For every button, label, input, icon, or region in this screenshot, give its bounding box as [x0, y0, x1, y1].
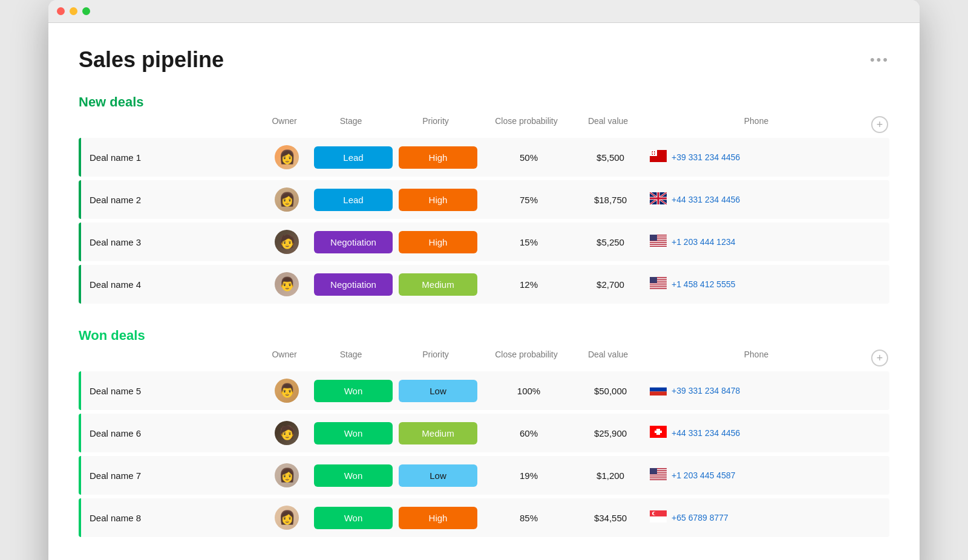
stage-cell: Lead — [311, 146, 396, 169]
close-probability: 85% — [480, 513, 577, 523]
table-row[interactable]: Deal name 5 👨 Won Low 100% $50,000 +39 3… — [79, 371, 889, 410]
flag-icon — [650, 235, 667, 249]
phone-number[interactable]: +44 331 234 4456 — [672, 428, 740, 438]
close-button[interactable] — [57, 7, 65, 15]
page-header: Sales pipeline ••• — [79, 47, 889, 73]
phone-number[interactable]: +39 331 234 8478 — [672, 386, 740, 396]
stage-badge: Won — [314, 422, 393, 444]
col-header-owner-won: Owner — [260, 350, 309, 366]
phone-number[interactable]: +65 6789 8777 — [672, 513, 728, 523]
avatar: 🧑 — [275, 230, 299, 254]
deal-name: Deal name 6 — [81, 428, 263, 438]
table-row[interactable]: Deal name 6 🧑 Won Medium 60% $25,900 +44… — [79, 414, 889, 452]
col-header-add-won: + — [871, 350, 889, 366]
won-deals-rows: Deal name 5 👨 Won Low 100% $50,000 +39 3… — [79, 371, 889, 537]
phone-number[interactable]: +1 203 445 4587 — [672, 470, 736, 480]
close-probability: 100% — [480, 386, 577, 396]
col-header-phone-won: Phone — [641, 350, 871, 366]
deal-value: $5,250 — [577, 237, 644, 247]
svg-rect-28 — [650, 285, 667, 287]
svg-rect-19 — [650, 241, 667, 243]
phone-number[interactable]: +44 331 234 4456 — [672, 195, 740, 204]
deal-value: $1,200 — [577, 470, 644, 481]
won-deals-table: Owner Stage Priority Close probability D… — [79, 350, 889, 537]
table-row[interactable]: Deal name 2 👩 Lead High 75% $18,750 — [79, 180, 889, 219]
owner-cell: 🧑 — [263, 421, 311, 445]
new-deals-rows: Deal name 1 👩 Lead High 50% $5,500 +39 3… — [79, 138, 889, 304]
add-won-deal-button[interactable]: + — [871, 350, 888, 366]
table-row[interactable]: Deal name 3 🧑 Negotiation High 15% $5,25… — [79, 223, 889, 261]
close-probability: 50% — [480, 152, 577, 163]
won-deals-col-headers: Owner Stage Priority Close probability D… — [79, 350, 889, 371]
stage-cell: Won — [311, 380, 396, 402]
priority-cell: Medium — [396, 422, 480, 444]
new-deals-title: New deals — [79, 94, 144, 110]
priority-badge: High — [399, 231, 477, 253]
main-content: Sales pipeline ••• New deals Owner Stage… — [48, 23, 920, 560]
won-deals-title: Won deals — [79, 328, 145, 343]
close-probability: 60% — [480, 428, 577, 438]
deal-value: $34,550 — [577, 513, 644, 523]
deal-value: $25,900 — [577, 428, 644, 438]
col-header-deal-value-won: Deal value — [575, 350, 641, 366]
col-header-name — [79, 116, 260, 133]
svg-rect-43 — [650, 478, 667, 480]
stage-cell: Won — [311, 464, 396, 487]
table-row[interactable]: Deal name 4 👨 Negotiation Medium 12% $2,… — [79, 265, 889, 304]
table-row[interactable]: Deal name 7 👩 Won Low 19% $1,200 +1 — [79, 456, 889, 495]
svg-rect-27 — [650, 284, 667, 285]
table-row[interactable]: Deal name 8 👩 Won High 85% $34,550 +65 6… — [79, 498, 889, 537]
svg-rect-41 — [650, 475, 667, 476]
col-header-phone: Phone — [641, 116, 871, 133]
new-deals-section: New deals Owner Stage Priority Close pro… — [79, 94, 889, 304]
owner-cell: 👩 — [263, 506, 311, 530]
new-deals-col-headers: Owner Stage Priority Close probability D… — [79, 116, 889, 138]
stage-badge: Negotiation — [314, 231, 393, 253]
svg-rect-42 — [650, 477, 667, 478]
owner-cell: 👨 — [263, 379, 311, 403]
add-new-deal-button[interactable]: + — [871, 116, 888, 133]
priority-cell: High — [396, 231, 480, 253]
priority-badge: Low — [399, 464, 477, 487]
avatar: 👩 — [275, 506, 299, 530]
page-title: Sales pipeline — [79, 47, 224, 73]
col-header-name-won — [79, 350, 260, 366]
traffic-lights — [57, 7, 90, 15]
stage-badge: Lead — [314, 146, 393, 169]
phone-number[interactable]: +1 458 412 5555 — [672, 279, 736, 289]
stage-badge: Won — [314, 507, 393, 529]
deal-name: Deal name 8 — [81, 513, 263, 523]
phone-cell: +44 331 234 4456 — [644, 426, 889, 440]
priority-cell: Medium — [396, 273, 480, 296]
deal-name: Deal name 1 — [81, 152, 263, 163]
flag-icon — [650, 192, 667, 207]
maximize-button[interactable] — [82, 7, 90, 15]
deal-name: Deal name 4 — [81, 279, 263, 290]
minimize-button[interactable] — [70, 7, 77, 15]
won-deals-section: Won deals Owner Stage Priority Close pro… — [79, 328, 889, 537]
deal-value: $50,000 — [577, 386, 644, 396]
deal-value: $5,500 — [577, 152, 644, 163]
deal-value: $18,750 — [577, 195, 644, 205]
owner-cell: 👨 — [263, 272, 311, 296]
won-deals-header: Won deals — [79, 328, 889, 343]
stage-badge: Won — [314, 380, 393, 402]
stage-cell: Lead — [311, 189, 396, 211]
phone-number[interactable]: +39 331 234 4456 — [672, 152, 740, 162]
deal-name: Deal name 5 — [81, 386, 263, 396]
svg-rect-33 — [650, 391, 667, 396]
avatar: 👩 — [275, 187, 299, 212]
owner-cell: 👩 — [263, 187, 311, 212]
col-header-stage: Stage — [309, 116, 393, 133]
priority-badge: High — [399, 189, 477, 211]
phone-cell: +1 203 444 1234 — [644, 235, 889, 249]
col-header-deal-value: Deal value — [575, 116, 641, 133]
phone-number[interactable]: +1 203 444 1234 — [672, 237, 736, 247]
avatar: 🧑 — [275, 421, 299, 445]
more-options-icon[interactable]: ••• — [870, 52, 889, 68]
table-row[interactable]: Deal name 1 👩 Lead High 50% $5,500 +39 3… — [79, 138, 889, 177]
priority-badge: High — [399, 507, 477, 529]
svg-rect-32 — [650, 388, 667, 392]
deal-name: Deal name 2 — [81, 195, 263, 205]
priority-cell: High — [396, 189, 480, 211]
